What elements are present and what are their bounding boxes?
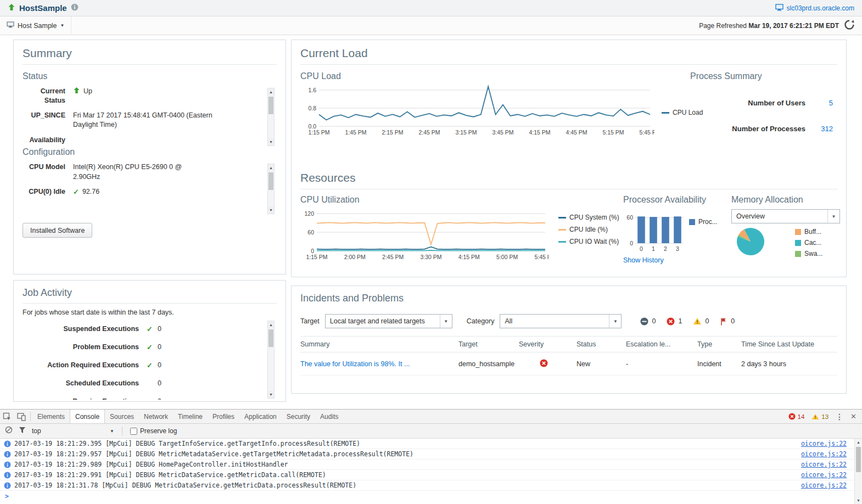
console-error-badge[interactable]: 14 <box>788 413 805 420</box>
scroll-down-icon[interactable]: ▼ <box>855 497 862 504</box>
blocked-count[interactable]: 0 <box>640 317 656 326</box>
log-row[interactable]: 2017-03-19 18:21:29.395 [MpCui] DEBUG Ta… <box>0 439 854 449</box>
status-row: Availability <box>23 136 261 145</box>
incidents-table: Summary Target Severity Status Escalatio… <box>300 336 837 376</box>
scroll-up-icon[interactable]: ▲ <box>268 164 274 171</box>
status-up-arrow-icon <box>8 3 15 13</box>
source-link[interactable]: oicore.js:22 <box>801 461 854 468</box>
error-count[interactable]: 1 <box>667 317 682 326</box>
svg-text:1: 1 <box>652 245 655 252</box>
device-toolbar-icon[interactable] <box>14 410 29 423</box>
status-scroll-region: Current Status Up UP_SINCE Fri Mar 17 20… <box>23 87 277 147</box>
tab-audits[interactable]: Audits <box>315 410 343 423</box>
target-menu-button[interactable]: Host Sample ▼ <box>0 16 71 35</box>
console-scrollbar[interactable]: ▲ ▼ <box>854 439 862 504</box>
scroll-up-icon[interactable]: ▲ <box>268 321 274 328</box>
log-row[interactable]: 2017-03-19 18:21:29.989 [MpCui] DEBUG Ho… <box>0 460 854 470</box>
number-of-users-link[interactable]: 5 <box>805 99 833 107</box>
status-scrollbar[interactable]: ▲ ▼ <box>267 88 275 146</box>
tab-elements[interactable]: Elements <box>32 410 70 423</box>
svg-text:0: 0 <box>630 240 633 247</box>
target-select[interactable]: Local target and related targets ▼ <box>325 314 452 328</box>
status-heading: Status <box>23 71 277 81</box>
refresh-button[interactable] <box>843 19 855 32</box>
tab-timeline[interactable]: Timeline <box>173 410 208 423</box>
warning-count[interactable]: 0 <box>693 317 709 325</box>
target-menu-label: Host Sample <box>18 22 57 30</box>
summary-title: Summary <box>23 47 277 65</box>
source-link[interactable]: oicore.js:22 <box>801 440 854 447</box>
filter-icon[interactable] <box>19 426 26 436</box>
status-row: UP_SINCE Fri Mar 17 2017 15:48:41 GMT-04… <box>23 111 261 130</box>
check-icon: ✓ <box>147 343 153 351</box>
console-input[interactable]: > <box>0 491 854 501</box>
execution-context-select[interactable]: top ▼ <box>32 427 114 435</box>
menubar: Host Sample ▼ Page Refreshed Mar 19, 201… <box>0 16 862 35</box>
tab-security[interactable]: Security <box>282 410 315 423</box>
tab-sources[interactable]: Sources <box>105 410 139 423</box>
incident-escalation: - <box>626 360 697 368</box>
inspect-element-icon[interactable] <box>0 410 14 423</box>
log-row[interactable]: 2017-03-19 18:21:29.991 [MpCui] DEBUG Me… <box>0 470 854 480</box>
process-summary-heading: Process Summary <box>690 71 833 81</box>
job-row: Problem Executions ✓ 0 <box>23 338 261 356</box>
availability-label: Availability <box>23 136 73 145</box>
svg-text:5:45 PM: 5:45 PM <box>534 254 548 260</box>
monitor-icon <box>775 4 783 13</box>
console-log-list: 2017-03-19 18:21:29.395 [MpCui] DEBUG Ta… <box>0 439 854 504</box>
legend-swatch <box>795 229 801 235</box>
log-row[interactable]: 2017-03-19 18:21:29.957 [MpCui] DEBUG Me… <box>0 449 854 460</box>
clear-console-icon[interactable] <box>5 426 13 436</box>
prompt-chevron: > <box>5 492 9 500</box>
jobs-scrollbar[interactable]: ▲ ▼ <box>267 321 275 399</box>
host-link[interactable]: slc03prd.us.oracle.com <box>775 4 854 13</box>
scroll-up-icon[interactable]: ▲ <box>268 88 274 96</box>
scroll-down-icon[interactable]: ▼ <box>268 206 274 214</box>
scroll-down-icon[interactable]: ▼ <box>268 138 274 145</box>
devtools-close-icon[interactable]: ✕ <box>850 412 857 421</box>
number-of-processes-link[interactable]: 312 <box>805 125 833 133</box>
scroll-thumb[interactable] <box>268 329 273 347</box>
category-select[interactable]: All ▼ <box>500 314 622 328</box>
target-label: Target <box>300 317 320 325</box>
preserve-log-toggle[interactable]: Preserve log <box>130 427 177 435</box>
source-link[interactable]: oicore.js:22 <box>801 450 854 458</box>
svg-text:4:15 PM: 4:15 PM <box>529 129 550 136</box>
preserve-log-checkbox[interactable] <box>130 428 137 435</box>
app-header: HostSample slc03prd.us.oracle.com <box>0 0 862 16</box>
up-arrow-icon <box>73 87 80 97</box>
tab-network[interactable]: Network <box>139 410 173 423</box>
job-activity-subtitle: For jobs whose start date is within the … <box>23 309 277 316</box>
tab-profiles[interactable]: Profiles <box>208 410 239 423</box>
memory-view-select[interactable]: Overview ▼ <box>731 209 840 223</box>
config-scroll-region: CPU Model Intel(R) Xeon(R) CPU E5-2690 0… <box>23 163 277 215</box>
scroll-thumb[interactable] <box>268 172 273 190</box>
process-row: Number of Processes 312 <box>690 125 833 133</box>
scroll-thumb[interactable] <box>268 97 273 114</box>
scroll-up-icon[interactable]: ▲ <box>855 439 862 446</box>
scroll-thumb[interactable] <box>856 447 861 472</box>
incident-summary-link[interactable]: The value for Utilization is 98%. It ... <box>300 360 410 368</box>
source-link[interactable]: oicore.js:22 <box>801 471 854 479</box>
svg-text:5:15 PM: 5:15 PM <box>602 129 624 136</box>
source-link[interactable]: oicore.js:22 <box>801 481 854 489</box>
cpu-load-section: CPU Load 0.00.81.61:15 PM1:45 PM2:15 PM2… <box>300 71 837 170</box>
flag-count[interactable]: 0 <box>720 317 735 326</box>
console-warning-badge[interactable]: 13 <box>811 413 829 420</box>
installed-software-button[interactable]: Installed Software <box>23 223 92 238</box>
svg-text:0: 0 <box>311 248 314 254</box>
host-name: slc03prd.us.oracle.com <box>787 4 854 12</box>
scroll-down-icon[interactable]: ▼ <box>268 391 274 398</box>
info-icon[interactable] <box>71 3 79 13</box>
log-row[interactable]: 2017-03-19 18:21:31.78 [MpCui] DEBUG Met… <box>0 480 854 491</box>
devtools-menu-icon[interactable]: ⋮ <box>836 412 843 421</box>
tab-application[interactable]: Application <box>239 410 282 423</box>
info-icon <box>4 461 11 470</box>
info-icon <box>4 451 11 460</box>
show-history-link[interactable]: Show History <box>623 256 730 264</box>
info-icon <box>4 482 11 491</box>
incident-target: demo_hostsample <box>458 360 519 368</box>
config-scrollbar[interactable]: ▲ ▼ <box>267 164 275 214</box>
incident-row[interactable]: The value for Utilization is 98%. It ...… <box>300 352 837 376</box>
tab-console[interactable]: Console <box>70 410 105 423</box>
